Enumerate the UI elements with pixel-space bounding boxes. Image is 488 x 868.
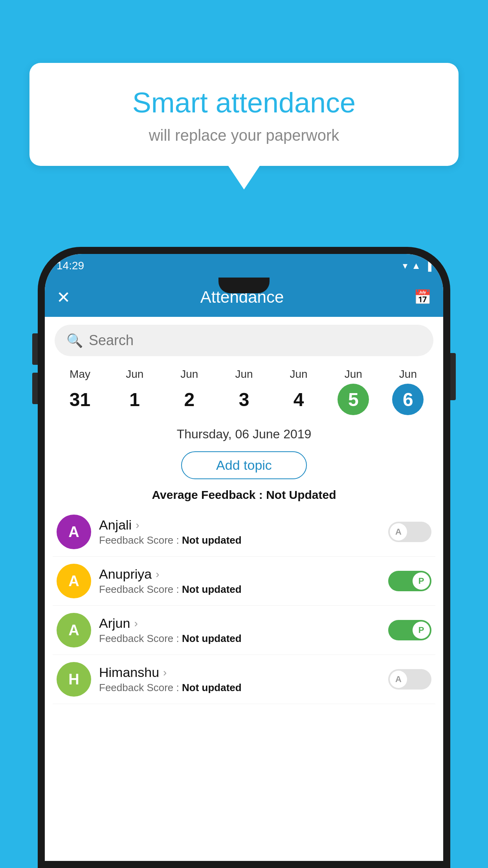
calendar-month-label: May <box>53 368 107 381</box>
calendar-day[interactable]: May 31 <box>53 368 107 415</box>
student-item[interactable]: H Himanshu › Feedback Score : Not update… <box>53 655 435 704</box>
student-name: Himanshu › <box>99 665 380 680</box>
phone-notch <box>218 278 270 293</box>
calendar-month-label: Jun <box>272 368 326 381</box>
calendar-strip: May 31 Jun 1 Jun 2 Jun 3 Jun 4 Jun 5 Jun… <box>45 364 443 419</box>
feedback-value: Not updated <box>182 534 242 546</box>
calendar-month-label: Jun <box>381 368 435 381</box>
student-info: Himanshu › Feedback Score : Not updated <box>91 665 388 694</box>
calendar-day[interactable]: Jun 6 <box>381 368 435 415</box>
toggle-switch[interactable]: P <box>388 571 431 591</box>
speech-bubble: Smart attendance will replace your paper… <box>29 63 459 166</box>
search-bar[interactable]: 🔍 <box>55 325 433 356</box>
chevron-right-icon: › <box>163 666 167 679</box>
student-item[interactable]: A Anupriya › Feedback Score : Not update… <box>53 557 435 606</box>
toggle-knob: A <box>390 671 407 688</box>
phone-screen: 14:29 ▾ ▲ ▐ ✕ Attendance 📅 🔍 May 31 Jun … <box>45 254 443 861</box>
toggle-knob: P <box>413 572 430 590</box>
student-name: Arjun › <box>99 616 380 631</box>
speech-bubble-container: Smart attendance will replace your paper… <box>29 63 459 189</box>
power-button[interactable] <box>450 353 456 400</box>
attendance-toggle[interactable]: A <box>388 669 431 690</box>
student-item[interactable]: A Anjali › Feedback Score : Not updated … <box>53 508 435 557</box>
battery-icon: ▐ <box>425 260 431 271</box>
add-topic-button[interactable]: Add topic <box>181 451 307 479</box>
volume-down-button[interactable] <box>32 373 38 404</box>
student-feedback: Feedback Score : Not updated <box>99 534 380 546</box>
student-feedback: Feedback Score : Not updated <box>99 682 380 694</box>
search-input[interactable] <box>89 332 422 349</box>
average-feedback: Average Feedback : Not Updated <box>45 485 443 508</box>
student-name: Anupriya › <box>99 566 380 582</box>
calendar-date-number: 31 <box>64 384 96 415</box>
calendar-date-number: 6 <box>392 384 424 415</box>
student-avatar: A <box>57 564 91 598</box>
chevron-right-icon: › <box>134 617 138 630</box>
calendar-month-label: Jun <box>107 368 162 381</box>
attendance-toggle[interactable]: P <box>388 571 431 591</box>
attendance-toggle[interactable]: P <box>388 620 431 640</box>
chevron-right-icon: › <box>156 568 159 581</box>
toggle-switch[interactable]: A <box>388 669 431 690</box>
feedback-value: Not updated <box>182 633 242 644</box>
student-avatar: H <box>57 662 91 697</box>
volume-up-button[interactable] <box>32 333 38 365</box>
search-icon: 🔍 <box>66 333 83 348</box>
calendar-date-number: 5 <box>338 384 369 415</box>
speech-bubble-tail <box>228 166 260 189</box>
student-info: Arjun › Feedback Score : Not updated <box>91 616 388 645</box>
status-icons: ▾ ▲ ▐ <box>403 260 431 271</box>
close-button[interactable]: ✕ <box>57 288 70 307</box>
calendar-day[interactable]: Jun 1 <box>107 368 162 415</box>
student-avatar: A <box>57 515 91 549</box>
calendar-icon[interactable]: 📅 <box>414 289 431 305</box>
student-item[interactable]: A Arjun › Feedback Score : Not updated P <box>53 606 435 655</box>
calendar-month-label: Jun <box>162 368 216 381</box>
student-feedback: Feedback Score : Not updated <box>99 583 380 596</box>
calendar-month-label: Jun <box>216 368 271 381</box>
wifi-icon: ▾ <box>403 260 407 271</box>
speech-bubble-subtitle: will replace your paperwork <box>49 127 439 144</box>
avg-feedback-label: Average Feedback : <box>152 488 266 501</box>
student-name: Anjali › <box>99 517 380 533</box>
toggle-knob: P <box>413 622 430 639</box>
calendar-month-label: Jun <box>326 368 381 381</box>
toggle-switch[interactable]: P <box>388 620 431 640</box>
attendance-toggle[interactable]: A <box>388 522 431 542</box>
avg-feedback-value: Not Updated <box>266 488 336 501</box>
feedback-value: Not updated <box>182 583 242 595</box>
phone-frame: 14:29 ▾ ▲ ▐ ✕ Attendance 📅 🔍 May 31 Jun … <box>38 247 450 868</box>
student-info: Anupriya › Feedback Score : Not updated <box>91 566 388 596</box>
status-time: 14:29 <box>57 259 84 272</box>
selected-date-label: Thursday, 06 June 2019 <box>45 419 443 445</box>
student-info: Anjali › Feedback Score : Not updated <box>91 517 388 546</box>
status-bar: 14:29 ▾ ▲ ▐ <box>45 254 443 278</box>
calendar-date-number: 3 <box>228 384 260 415</box>
feedback-value: Not updated <box>182 682 242 693</box>
student-list: A Anjali › Feedback Score : Not updated … <box>45 508 443 704</box>
signal-icon: ▲ <box>411 260 421 271</box>
calendar-day[interactable]: Jun 2 <box>162 368 216 415</box>
calendar-day[interactable]: Jun 3 <box>216 368 271 415</box>
toggle-switch[interactable]: A <box>388 522 431 542</box>
toggle-knob: A <box>390 523 407 541</box>
calendar-day[interactable]: Jun 5 <box>326 368 381 415</box>
calendar-date-number: 1 <box>119 384 150 415</box>
calendar-date-number: 2 <box>174 384 205 415</box>
student-avatar: A <box>57 613 91 647</box>
student-feedback: Feedback Score : Not updated <box>99 633 380 645</box>
calendar-day[interactable]: Jun 4 <box>272 368 326 415</box>
calendar-date-number: 4 <box>283 384 314 415</box>
chevron-right-icon: › <box>136 519 139 531</box>
speech-bubble-title: Smart attendance <box>49 86 439 119</box>
